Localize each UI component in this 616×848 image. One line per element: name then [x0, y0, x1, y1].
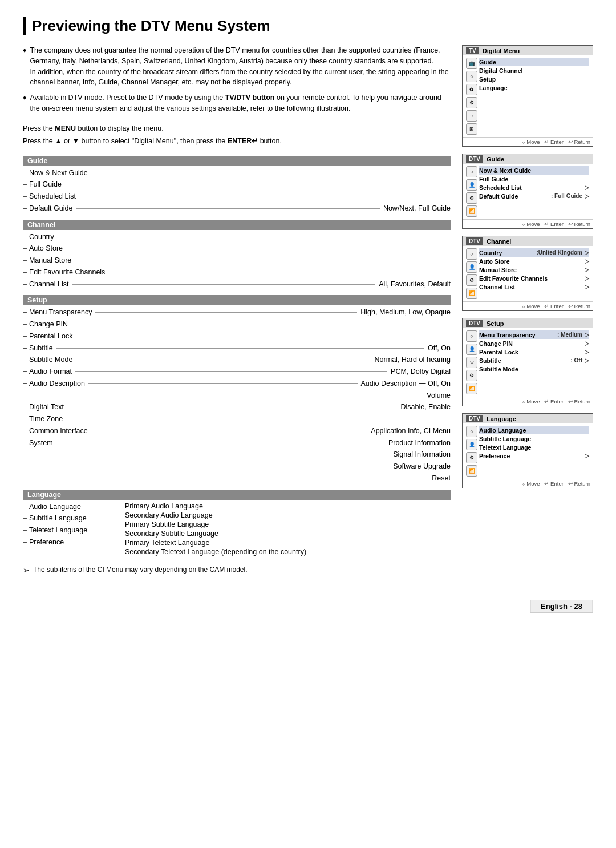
item-label: Scheduled List	[479, 184, 582, 191]
dash: –	[23, 191, 27, 202]
menu-list: Guide Digital Channel Setup Language	[479, 58, 589, 135]
item-label: Now & Next Guide	[479, 167, 589, 174]
settings2-icon: ⚙	[466, 192, 477, 204]
tv-box-body: ○ 👤 ⚙ 📶 Country :United Kingdom ▷ Auto S…	[463, 246, 593, 301]
item-value: Audio Description — Off, On	[361, 378, 451, 389]
dash: –	[23, 243, 27, 254]
item-value: All, Favourites, Default	[379, 279, 451, 290]
down-icon: ▽	[466, 357, 477, 368]
item-value: Signal Information	[393, 449, 451, 460]
item-label: Change PIN	[479, 340, 582, 347]
item-value: : Medium	[557, 332, 582, 338]
menu-title: Digital Menu	[483, 47, 520, 54]
tv-label: TV	[466, 47, 479, 54]
list-item: – Default Guide Now/Next, Full Guide	[23, 203, 451, 214]
language-left: – Audio Language – Subtitle Language – T…	[23, 502, 114, 556]
enter-label: ↵ Enter	[544, 221, 563, 227]
list-item: Change PIN ▷	[479, 339, 589, 348]
list-item: – Auto Store	[23, 243, 451, 254]
return-label: ↩ Return	[568, 221, 590, 227]
footer-english: English - 28	[530, 600, 593, 613]
tv-box-footer: ⬦ Move ↵ Enter ↩ Return	[463, 219, 593, 228]
setup-items: – Menu Transparency High, Medium, Low, O…	[23, 307, 451, 483]
left-column: ♦ The company does not guarantee the nor…	[23, 45, 451, 575]
item-label: Auto Store	[479, 258, 582, 265]
return-label: ↩ Return	[568, 303, 590, 309]
list-item: Parental Lock ▷	[479, 348, 589, 356]
list-item: – Menu Transparency High, Medium, Low, O…	[23, 307, 451, 318]
list-item: Subtitle Language	[479, 434, 589, 443]
tv-screen-icon: 📺	[466, 58, 477, 69]
item-label: Channel List	[29, 279, 69, 290]
list-item: – Subtitle Off, On	[23, 343, 451, 354]
list-item: – Subtitle Language	[23, 513, 114, 524]
tv-label: DTV	[466, 415, 483, 422]
arrow-icon: ▷	[585, 332, 589, 338]
item-line	[88, 383, 358, 384]
language-section: Language – Audio Language – Subtitle Lan…	[23, 490, 451, 556]
item-label: Channel List	[479, 284, 582, 290]
list-item: – Time Zone	[23, 414, 451, 425]
apps-icon: ⊞	[466, 123, 477, 135]
item-label: Auto Store	[29, 243, 63, 254]
return-label: ↩ Return	[568, 398, 590, 405]
list-item: Subtitle : Off ▷	[479, 356, 589, 365]
bullet-section: ♦ The company does not guarantee the nor…	[23, 45, 451, 114]
dash: –	[23, 402, 27, 413]
item-line	[72, 284, 375, 285]
settings5-icon: ⚙	[466, 452, 477, 463]
list-item: Manual Store ▷	[479, 265, 589, 274]
bullet-text-2: Available in DTV mode. Preset to the DTV…	[30, 92, 451, 114]
circle-icon: ○	[466, 330, 477, 342]
return-label: ↩ Return	[568, 139, 590, 145]
item-label: Setup	[479, 76, 589, 83]
dash: –	[23, 378, 27, 389]
item-value: Normal, Hard of hearing	[375, 354, 451, 365]
list-item: – Country	[23, 232, 451, 243]
arrow-icon: ▷	[585, 349, 589, 355]
item-label: Preference	[29, 537, 64, 548]
signal-icon: 📶	[466, 205, 477, 217]
item-line	[95, 312, 357, 313]
list-item: Language	[479, 83, 589, 92]
tv-label: DTV	[466, 155, 483, 163]
item-label: Time Zone	[29, 414, 63, 425]
item-line	[56, 348, 424, 349]
press-info: Press the MENU button to display the men…	[23, 122, 451, 148]
item-value: Now/Next, Full Guide	[383, 203, 451, 214]
item-value: Product Information	[388, 438, 451, 449]
list-item: – Audio Language	[23, 502, 114, 512]
item-label: System	[29, 438, 53, 449]
dash: –	[23, 331, 27, 342]
tv-box-body: ○ 👤 ⚙ 📶 Now & Next Guide Full Guide Sche…	[463, 164, 593, 219]
tv-box-body: ○ 👤 ▽ ⚙ 📶 Menu Transparency : Medium ▷ C…	[463, 328, 593, 397]
item-label: Parental Lock	[29, 331, 72, 342]
arrow-icon: ▷	[585, 193, 589, 199]
arrow-icon: ▷	[585, 249, 589, 256]
item-line	[75, 371, 387, 372]
item-value: Secondary Subtitle Language	[125, 529, 306, 538]
enter-label: ↵ Enter	[544, 303, 563, 309]
bullet-item-1: ♦ The company does not guarantee the nor…	[23, 45, 451, 88]
dash: –	[23, 513, 27, 524]
list-item: – System Product Information	[23, 438, 451, 449]
tv-box-header: DTV Guide	[463, 154, 593, 164]
item-label: Subtitle Language	[479, 435, 589, 442]
item-label: Now & Next Guide	[29, 168, 88, 179]
item-value: Primary Audio Language	[125, 502, 306, 511]
arrow-icon: ▷	[585, 284, 589, 290]
channel-header: Channel	[23, 220, 451, 230]
person-icon: 👤	[466, 179, 477, 191]
item-label: Manual Store	[479, 266, 582, 273]
item-label: Manual Store	[29, 255, 71, 266]
item-line	[91, 431, 368, 431]
dash: –	[23, 255, 27, 266]
move-label: ⬦ Move	[522, 480, 540, 487]
enter-label: ↵ Enter	[544, 480, 563, 487]
side-icons: ○ 👤 ⚙ 📶	[466, 248, 477, 299]
list-item: Full Guide	[479, 175, 589, 183]
signal2-icon: 📶	[466, 288, 477, 299]
side-icons: 📺 ○ ✿ ⚙ ↔ ⊞	[466, 58, 477, 135]
person-icon: 👤	[466, 261, 477, 273]
guide-header: Guide	[23, 156, 451, 166]
